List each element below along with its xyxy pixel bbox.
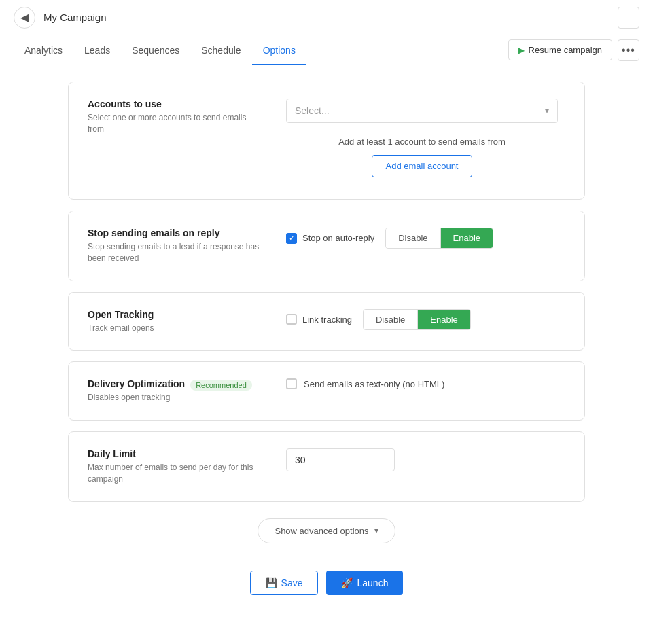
daily-limit-label: Daily Limit <box>88 448 264 459</box>
main-content: Accounts to use Select one or more accou… <box>0 65 653 633</box>
add-email-account-button[interactable]: Add email account <box>372 155 473 177</box>
text-only-checkbox[interactable]: Send emails as text-only (no HTML) <box>286 378 444 389</box>
stop-sending-card: Stop sending emails on reply Stop sendin… <box>68 211 585 281</box>
chevron-down-icon: ▾ <box>374 526 378 535</box>
tab-schedule[interactable]: Schedule <box>190 35 251 65</box>
daily-limit-control <box>286 448 565 471</box>
open-tracking-disable-button[interactable]: Disable <box>364 310 418 329</box>
top-bar: ◀ My Campaign <box>0 0 653 35</box>
open-tracking-toggle-row: Link tracking Disable Enable <box>286 309 471 330</box>
delivery-label-with-badge: Delivery Optimization Recommended <box>88 378 264 392</box>
daily-limit-sublabel: Max number of emails to send per day for… <box>88 462 264 485</box>
daily-limit-row: Daily Limit Max number of emails to send… <box>88 448 565 485</box>
daily-limit-input[interactable] <box>286 448 395 471</box>
stop-auto-reply-checkbox[interactable]: ✓ Stop on auto-reply <box>286 233 374 244</box>
save-label: Save <box>281 577 303 588</box>
stop-auto-reply-label: Stop on auto-reply <box>302 233 374 243</box>
footer-buttons: 💾 Save 🚀 Launch <box>68 560 585 617</box>
resume-campaign-button[interactable]: ▶ Resume campaign <box>508 39 612 60</box>
accounts-select[interactable]: Select... ▾ <box>286 99 558 123</box>
show-advanced-section: Show advanced options ▾ <box>68 518 585 543</box>
open-tracking-card: Open Tracking Track email opens Link tra… <box>68 292 585 351</box>
back-icon: ◀ <box>20 11 29 24</box>
show-advanced-button[interactable]: Show advanced options ▾ <box>258 518 395 543</box>
open-tracking-enable-button[interactable]: Enable <box>418 310 470 329</box>
play-icon: ▶ <box>518 46 525 55</box>
launch-label: Launch <box>357 577 388 588</box>
daily-limit-label-section: Daily Limit Max number of emails to send… <box>88 448 264 485</box>
stop-sending-label-section: Stop sending emails on reply Stop sendin… <box>88 228 264 264</box>
open-tracking-btn-group: Disable Enable <box>363 309 471 330</box>
checkbox-unchecked-icon <box>286 314 297 325</box>
launch-button[interactable]: 🚀 Launch <box>326 571 403 595</box>
stop-sending-label: Stop sending emails on reply <box>88 228 264 238</box>
recommended-badge: Recommended <box>190 380 252 391</box>
back-button[interactable]: ◀ <box>14 7 35 29</box>
link-tracking-checkbox[interactable]: Link tracking <box>286 314 352 325</box>
accounts-label: Accounts to use <box>88 99 264 109</box>
stop-sending-toggle-row: ✓ Stop on auto-reply Disable Enable <box>286 228 493 249</box>
open-tracking-label-section: Open Tracking Track email opens <box>88 309 264 334</box>
save-button[interactable]: 💾 Save <box>250 571 319 595</box>
open-tracking-control: Link tracking Disable Enable <box>286 309 565 330</box>
show-advanced-label: Show advanced options <box>275 526 368 536</box>
open-tracking-sublabel: Track email opens <box>88 323 264 334</box>
delivery-optimization-control: Send emails as text-only (no HTML) <box>286 378 565 389</box>
select-placeholder: Select... <box>295 105 330 116</box>
delivery-optimization-sublabel: Disables open tracking <box>88 392 264 404</box>
open-tracking-row: Open Tracking Track email opens Link tra… <box>88 309 565 334</box>
open-tracking-label: Open Tracking <box>88 309 264 320</box>
stop-sending-enable-button[interactable]: Enable <box>441 228 493 248</box>
accounts-card: Accounts to use Select one or more accou… <box>68 82 585 200</box>
launch-icon: 🚀 <box>341 577 353 588</box>
tab-analytics[interactable]: Analytics <box>14 35 73 65</box>
daily-limit-card: Daily Limit Max number of emails to send… <box>68 431 585 502</box>
stop-sending-control: ✓ Stop on auto-reply Disable Enable <box>286 228 565 249</box>
tab-leads[interactable]: Leads <box>73 35 121 65</box>
checkbox-text-only-icon <box>286 378 297 389</box>
delivery-optimization-label: Delivery Optimization <box>88 378 185 389</box>
more-options-button[interactable]: ••• <box>618 39 639 61</box>
stop-sending-btn-group: Disable Enable <box>385 228 493 249</box>
link-tracking-label: Link tracking <box>302 315 352 325</box>
stop-sending-row: Stop sending emails on reply Stop sendin… <box>88 228 565 264</box>
nav-right-actions: ▶ Resume campaign ••• <box>508 39 639 61</box>
delivery-optimization-card: Delivery Optimization Recommended Disabl… <box>68 361 585 421</box>
stop-sending-disable-button[interactable]: Disable <box>386 228 440 248</box>
accounts-control: Select... ▾ Add at least 1 account to se… <box>286 99 565 183</box>
save-icon: 💾 <box>266 577 277 588</box>
account-info-text: Add at least 1 account to send emails fr… <box>338 137 506 147</box>
accounts-sublabel: Select one or more accounts to send emai… <box>88 112 264 135</box>
nav-tabs: Analytics Leads Sequences Schedule Optio… <box>0 35 653 65</box>
accounts-label-section: Accounts to use Select one or more accou… <box>88 99 264 135</box>
delivery-optimization-label-section: Delivery Optimization Recommended Disabl… <box>88 378 264 404</box>
resume-label: Resume campaign <box>529 45 602 55</box>
accounts-row: Accounts to use Select one or more accou… <box>88 99 565 183</box>
stop-sending-sublabel: Stop sending emails to a lead if a respo… <box>88 241 264 264</box>
chevron-down-icon: ▾ <box>545 106 549 115</box>
checkbox-checked-icon: ✓ <box>286 233 297 244</box>
tab-options[interactable]: Options <box>252 35 306 65</box>
more-icon: ••• <box>622 44 635 56</box>
text-only-label: Send emails as text-only (no HTML) <box>304 379 444 389</box>
campaign-title: My Campaign <box>43 12 618 23</box>
top-right-menu[interactable] <box>618 7 639 29</box>
tab-sequences[interactable]: Sequences <box>121 35 190 65</box>
account-info: Add at least 1 account to send emails fr… <box>286 131 558 183</box>
delivery-optimization-row: Delivery Optimization Recommended Disabl… <box>88 378 565 404</box>
